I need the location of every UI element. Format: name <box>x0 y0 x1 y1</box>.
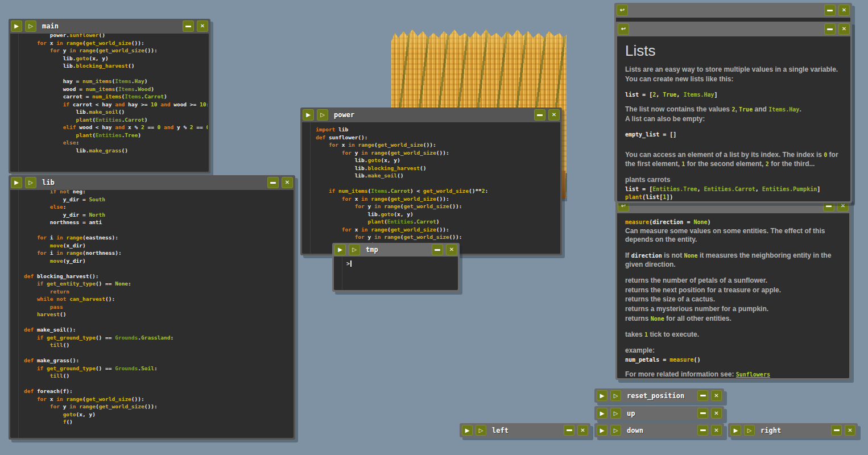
doc-text-line: You can access an element of a list by i… <box>625 151 842 169</box>
close-button[interactable]: ✕ <box>548 109 560 121</box>
close-button[interactable]: ✕ <box>711 408 722 419</box>
code-line: if get_ground_type() == Grounds.Soil: <box>24 365 292 373</box>
step-button[interactable]: ▷ <box>610 408 621 419</box>
doc-text-segment: True <box>739 106 753 113</box>
titlebar-main[interactable]: ▶ ▷ main ✕ <box>10 19 209 34</box>
step-button[interactable]: ▷ <box>744 425 755 436</box>
window-doc-measure[interactable]: ↩ ✕ measure(direction = None)Can measure… <box>615 198 851 380</box>
titlebar-tmp[interactable]: ▶ ▷ tmp ✕ <box>334 243 458 257</box>
close-button[interactable]: ✕ <box>845 425 855 436</box>
window-right[interactable]: ▶ ▷ right ✕ <box>728 423 858 437</box>
minimize-button[interactable] <box>697 425 708 436</box>
code-editor-main[interactable]: power.sunflower() for x in range(get_wor… <box>10 34 209 172</box>
titlebar-down[interactable]: ▶ ▷ down ✕ <box>596 423 722 437</box>
titlebar-up[interactable]: ▶ ▷ up ✕ <box>596 406 722 420</box>
window-lib[interactable]: ▶ ▷ lib ✕ if not neg: y_dir = South else… <box>9 175 295 440</box>
doc-text-segment: is not <box>662 251 684 259</box>
minimize-button[interactable] <box>267 177 279 188</box>
step-button[interactable]: ▷ <box>476 425 486 436</box>
minimize-button[interactable] <box>697 390 708 401</box>
doc-text-line: takes 1 tick to execute. <box>625 330 841 340</box>
doc-gap <box>625 364 841 370</box>
step-button[interactable]: ▷ <box>25 177 36 188</box>
back-button[interactable]: ↩ <box>617 5 628 16</box>
code-editor-power[interactable]: import libdef sunflower(): for x in rang… <box>302 122 560 254</box>
step-button[interactable]: ▷ <box>610 390 621 401</box>
run-button[interactable]: ▶ <box>597 408 607 419</box>
console-editor-tmp[interactable]: > <box>334 257 458 290</box>
code-line: elif wood < hay and x % 2 == 0 and y % 2… <box>24 123 208 131</box>
titlebar-left[interactable]: ▶ ▷ left ✕ <box>461 423 589 437</box>
code-line: for y in range(get_world_size()): <box>316 233 559 241</box>
back-button[interactable]: ↩ <box>618 23 629 35</box>
run-button[interactable]: ▶ <box>334 244 346 255</box>
titlebar-lib[interactable]: ▶ ▷ lib ✕ <box>10 175 294 190</box>
minimize-button[interactable] <box>824 5 836 16</box>
close-button[interactable]: ✕ <box>446 244 457 255</box>
doc-text-segment: for all other entities. <box>664 315 731 322</box>
close-button[interactable]: ✕ <box>711 390 722 401</box>
doc-code-line: list = [2, True, Items.Hay] <box>625 91 842 99</box>
play-icon: ▶ <box>465 428 470 433</box>
close-button[interactable]: ✕ <box>838 5 850 16</box>
minimize-button[interactable] <box>564 425 574 436</box>
code-line: wood = num_items(Items.Wood) <box>24 85 208 93</box>
minimize-button[interactable] <box>432 244 443 255</box>
doc-text-segment: , <box>676 92 683 98</box>
doc-text-segment: If <box>625 251 631 259</box>
minimize-button[interactable] <box>697 408 708 419</box>
doc-code-line: empty_list = [] <box>625 131 842 139</box>
close-button[interactable]: ✕ <box>197 20 208 32</box>
titlebar-doc-lists[interactable]: ↩ ✕ <box>617 22 850 36</box>
code-editor-lib[interactable]: if not neg: y_dir = South else: y_dir = … <box>10 190 294 438</box>
run-button[interactable]: ▶ <box>303 109 314 121</box>
window-title-down: down <box>627 427 643 435</box>
window-left[interactable]: ▶ ▷ left ✕ <box>460 423 590 437</box>
run-button[interactable]: ▶ <box>462 425 473 436</box>
window-doc-lists[interactable]: ↩ ✕ ListsLists are an easy way to store … <box>615 22 852 203</box>
step-button[interactable]: ▷ <box>349 244 360 255</box>
back-icon: ↩ <box>620 7 625 13</box>
titlebar-doc-background[interactable]: ↩ ✕ <box>616 3 850 18</box>
titlebar-power[interactable]: ▶ ▷ power ✕ <box>302 107 560 122</box>
window-down[interactable]: ▶ ▷ down ✕ <box>594 423 724 437</box>
window-power[interactable]: ▶ ▷ power ✕ import libdef sunflower(): f… <box>300 107 562 255</box>
close-button[interactable]: ✕ <box>282 177 293 188</box>
titlebar-reset-position[interactable]: ▶ ▷ reset_position ✕ <box>596 388 722 403</box>
titlebar-right[interactable]: ▶ ▷ right ✕ <box>730 423 856 437</box>
run-button[interactable]: ▶ <box>11 20 22 32</box>
desktop[interactable]: { "icons": { "play": "▶", "step": "▷", "… <box>0 0 868 455</box>
doc-text-segment: plant <box>625 194 642 200</box>
window-main[interactable]: ▶ ▷ main ✕ power.sunflower() for x in ra… <box>9 19 210 173</box>
step-icon: ▷ <box>28 180 33 185</box>
close-button[interactable]: ✕ <box>711 425 722 436</box>
minimize-button[interactable] <box>534 109 545 121</box>
step-button[interactable]: ▷ <box>317 109 328 121</box>
close-icon: ✕ <box>714 393 718 399</box>
close-button[interactable]: ✕ <box>577 425 588 436</box>
window-reset-position[interactable]: ▶ ▷ reset_position ✕ <box>594 388 724 403</box>
window-tmp[interactable]: ▶ ▷ tmp ✕ > <box>332 243 460 292</box>
doc-content-measure: measure(direction = None)Can measure som… <box>617 213 849 378</box>
run-button[interactable]: ▶ <box>597 425 607 436</box>
doc-text-segment: for the third... <box>769 160 815 168</box>
run-button[interactable]: ▶ <box>597 390 607 401</box>
minimize-icon <box>827 28 833 30</box>
close-button[interactable]: ✕ <box>838 23 850 35</box>
run-button[interactable]: ▶ <box>11 177 22 188</box>
doc-link-sunflowers[interactable]: Sunflowers <box>736 371 770 378</box>
minimize-button[interactable] <box>831 425 842 436</box>
step-icon: ▷ <box>614 393 618 399</box>
step-button[interactable]: ▷ <box>610 425 621 436</box>
step-button[interactable]: ▷ <box>25 20 36 32</box>
doc-text-segment: measure <box>625 219 649 225</box>
close-icon: ✕ <box>842 26 846 32</box>
window-up[interactable]: ▶ ▷ up ✕ <box>594 406 724 420</box>
code-line: plant(Entities.Carrot) <box>24 116 208 124</box>
minimize-button[interactable] <box>824 23 836 35</box>
doc-text-segment: Lists are an easy way to store multiple … <box>625 65 838 73</box>
minimize-button[interactable] <box>183 20 194 32</box>
run-button[interactable]: ▶ <box>730 425 741 436</box>
doc-text-segment: ]) <box>666 194 673 200</box>
code-line: lib.blocking_harvest() <box>316 164 559 172</box>
